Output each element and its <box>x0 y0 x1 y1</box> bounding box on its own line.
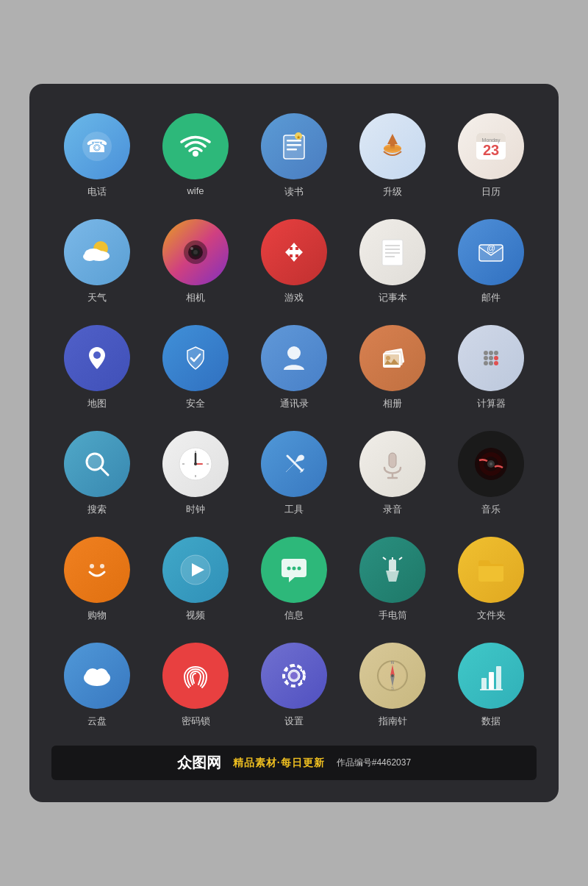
video-label: 视频 <box>186 609 205 622</box>
calendar-icon[interactable]: Monday 23 <box>458 113 524 179</box>
svg-point-73 <box>293 567 296 571</box>
list-item[interactable]: 录音 <box>347 431 438 516</box>
folder-icon[interactable] <box>458 537 524 603</box>
flashlight-label: 手电筒 <box>379 609 407 622</box>
list-item[interactable]: 设置 <box>248 643 340 728</box>
contacts-label: 通讯录 <box>280 397 309 410</box>
svg-rect-91 <box>481 678 487 690</box>
svg-point-33 <box>287 346 301 360</box>
svg-rect-93 <box>496 666 501 690</box>
flashlight-icon[interactable] <box>359 537 426 603</box>
security-icon[interactable] <box>162 325 229 391</box>
search-icon[interactable] <box>64 431 130 497</box>
password-icon[interactable] <box>162 643 229 709</box>
svg-point-72 <box>287 567 291 571</box>
list-item[interactable]: 升级 <box>347 113 438 199</box>
list-item[interactable]: 云盘 <box>51 643 143 728</box>
read-icon[interactable]: ★ <box>261 113 327 179</box>
list-item[interactable]: 安全 <box>150 325 241 410</box>
list-item[interactable]: 地图 <box>51 325 143 410</box>
svg-line-49 <box>101 468 108 475</box>
list-item[interactable]: 信息 <box>248 537 340 622</box>
upgrade-icon[interactable] <box>359 113 426 179</box>
svg-point-44 <box>494 356 498 360</box>
cloud-icon[interactable] <box>64 643 130 709</box>
calculator-icon[interactable] <box>458 325 524 391</box>
shop-icon[interactable] <box>64 537 130 603</box>
compass-icon[interactable]: N S <box>359 643 426 709</box>
list-item[interactable]: 密码锁 <box>150 643 241 728</box>
list-item[interactable]: 搜索 <box>51 431 143 516</box>
watermark-bar: 众图网 精品素材·每日更新 作品编号#4462037 <box>51 746 537 780</box>
wifi-icon[interactable] <box>162 113 229 179</box>
map-icon[interactable] <box>64 325 130 391</box>
list-item[interactable]: ★ 读书 <box>248 113 340 199</box>
list-item[interactable]: 手电筒 <box>347 537 438 622</box>
list-item[interactable]: @ 邮件 <box>445 219 537 304</box>
camera-label: 相机 <box>186 291 205 304</box>
message-icon[interactable] <box>261 537 327 603</box>
svg-point-32 <box>93 351 101 359</box>
settings-icon[interactable] <box>261 643 327 709</box>
list-item[interactable]: 计算器 <box>445 325 537 410</box>
contacts-icon[interactable] <box>261 325 327 391</box>
svg-line-79 <box>399 557 402 560</box>
record-icon[interactable] <box>359 431 426 497</box>
svg-point-24 <box>190 247 193 250</box>
svg-point-53 <box>194 462 197 465</box>
game-label: 游戏 <box>284 291 304 304</box>
tools-icon[interactable] <box>261 431 327 497</box>
album-icon[interactable] <box>359 325 426 391</box>
list-item[interactable]: ☎ 电话 <box>51 113 143 199</box>
list-item[interactable]: 购物 <box>51 537 143 622</box>
svg-rect-4 <box>287 140 301 142</box>
svg-point-46 <box>489 361 493 365</box>
clock-icon[interactable] <box>162 431 229 497</box>
svg-point-69 <box>90 564 94 568</box>
list-item[interactable]: 天气 <box>51 219 143 304</box>
map-label: 地图 <box>87 397 107 410</box>
notes-icon[interactable] <box>359 219 426 285</box>
list-item[interactable]: 时钟 <box>150 431 241 516</box>
svg-point-2 <box>193 151 198 157</box>
game-icon[interactable] <box>261 219 327 285</box>
svg-rect-60 <box>389 453 396 468</box>
list-item[interactable]: Monday 23 日历 <box>445 113 537 199</box>
list-item[interactable]: 相册 <box>347 325 438 410</box>
security-label: 安全 <box>186 397 205 410</box>
weather-icon[interactable] <box>64 219 130 285</box>
compass-label: 指南针 <box>379 715 407 728</box>
phone-icon[interactable]: ☎ <box>64 113 130 179</box>
list-item[interactable]: 游戏 <box>248 219 340 304</box>
svg-rect-5 <box>287 144 301 146</box>
mail-icon[interactable]: @ <box>458 219 524 285</box>
music-icon[interactable] <box>458 431 524 497</box>
stats-icon[interactable] <box>458 643 524 709</box>
svg-text:★: ★ <box>296 135 301 140</box>
list-item[interactable]: 通讯录 <box>248 325 340 410</box>
svg-text:N: N <box>391 660 394 665</box>
svg-point-47 <box>494 361 498 365</box>
list-item[interactable]: 数据 <box>445 643 537 728</box>
shop-label: 购物 <box>87 609 107 622</box>
list-item[interactable]: 记事本 <box>347 219 438 304</box>
svg-point-45 <box>484 361 488 365</box>
camera-icon[interactable] <box>162 219 229 285</box>
svg-point-40 <box>489 351 493 355</box>
svg-text:S: S <box>391 686 394 690</box>
phone-label: 电话 <box>87 185 107 199</box>
list-item[interactable]: 工具 <box>248 431 340 516</box>
list-item[interactable]: 相机 <box>150 219 241 304</box>
watermark-site: 众图网 <box>177 753 221 773</box>
password-label: 密码锁 <box>182 715 210 728</box>
list-item[interactable]: 音乐 <box>445 431 537 516</box>
watermark-info: 作品编号#4462037 <box>337 757 411 769</box>
list-item[interactable]: 视频 <box>150 537 241 622</box>
main-card: ☎ 电话 wife <box>29 84 559 802</box>
list-item[interactable]: N S 指南针 <box>347 643 438 728</box>
video-icon[interactable] <box>162 537 229 603</box>
list-item[interactable]: wife <box>150 113 241 199</box>
svg-point-10 <box>384 146 401 151</box>
calendar-label: 日历 <box>481 185 501 199</box>
list-item[interactable]: 文件夹 <box>445 537 537 622</box>
